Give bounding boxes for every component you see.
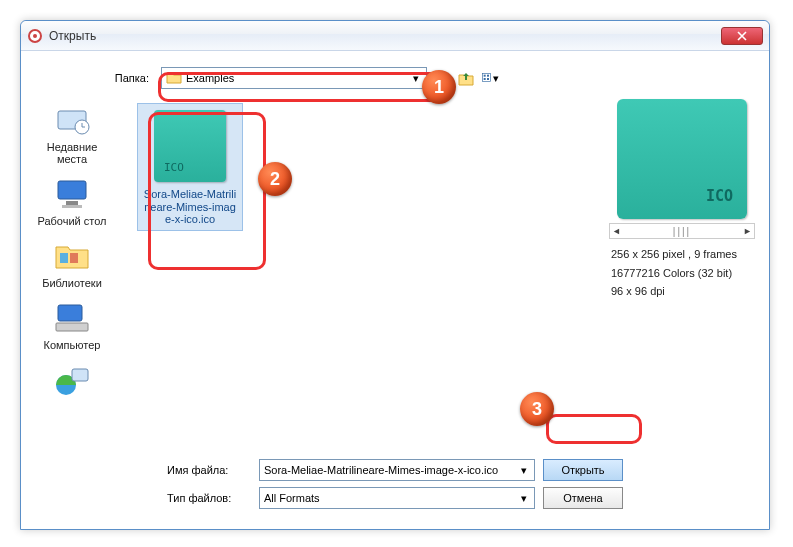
mid-area: Недавние места Рабочий стол Библиотеки К… bbox=[27, 97, 757, 453]
folder-value: Examples bbox=[186, 72, 234, 84]
svg-point-1 bbox=[33, 34, 37, 38]
filename-combo[interactable]: Sora-Meliae-Matrilineare-Mimes-image-x-i… bbox=[259, 459, 535, 481]
file-item[interactable]: Sora-Meliae-Matrilineare-Mimes-image-x-i… bbox=[137, 103, 243, 231]
sidebar-item-network[interactable] bbox=[32, 363, 112, 401]
sidebar-item-libraries[interactable]: Библиотеки bbox=[32, 239, 112, 289]
file-thumbnail-icon bbox=[154, 110, 226, 182]
close-button[interactable] bbox=[721, 27, 763, 45]
filename-value: Sora-Meliae-Matrilineare-Mimes-image-x-i… bbox=[264, 464, 498, 476]
preview-scrollbar[interactable]: ◄ |||| ► bbox=[609, 223, 755, 239]
chevron-down-icon[interactable]: ▾ bbox=[516, 462, 532, 478]
filename-label: Имя файла: bbox=[167, 464, 251, 476]
libraries-icon bbox=[52, 239, 92, 273]
chevron-down-icon[interactable]: ▾ bbox=[408, 70, 424, 86]
title-bar[interactable]: Открыть bbox=[21, 21, 769, 51]
bottom-panel: Имя файла: Sora-Meliae-Matrilineare-Mime… bbox=[27, 453, 757, 519]
svg-rect-9 bbox=[58, 181, 86, 199]
preview-thumbnail-icon bbox=[617, 99, 747, 219]
meta-dpi: 96 x 96 dpi bbox=[611, 282, 757, 301]
view-menu-icon[interactable]: ▾ bbox=[481, 69, 499, 87]
svg-rect-2 bbox=[482, 73, 490, 81]
svg-rect-14 bbox=[58, 305, 82, 321]
back-icon[interactable] bbox=[433, 69, 451, 87]
meta-dimensions: 256 x 256 pixel , 9 frames bbox=[611, 245, 757, 264]
preview-pane: ◄ |||| ► 256 x 256 pixel , 9 frames 1677… bbox=[607, 97, 757, 453]
folder-combo[interactable]: Examples ▾ bbox=[161, 67, 427, 89]
svg-rect-5 bbox=[484, 78, 486, 80]
scroll-track[interactable]: |||| bbox=[673, 226, 691, 237]
meta-colors: 16777216 Colors (32 bit) bbox=[611, 264, 757, 283]
sidebar-item-label: Недавние места bbox=[32, 141, 112, 165]
sidebar-item-recent[interactable]: Недавние места bbox=[32, 103, 112, 165]
scroll-left-icon[interactable]: ◄ bbox=[612, 226, 621, 236]
svg-rect-15 bbox=[56, 323, 88, 331]
window-title: Открыть bbox=[49, 29, 721, 43]
filetype-combo[interactable]: All Formats ▾ bbox=[259, 487, 535, 509]
folder-row: Папка: Examples ▾ ▾ bbox=[27, 67, 757, 89]
svg-rect-11 bbox=[62, 205, 82, 208]
svg-rect-17 bbox=[72, 369, 88, 381]
svg-rect-6 bbox=[487, 78, 489, 80]
file-name-label: Sora-Meliae-Matrilineare-Mimes-image-x-i… bbox=[142, 188, 238, 226]
sidebar-item-desktop[interactable]: Рабочий стол bbox=[32, 177, 112, 227]
filetype-label: Тип файлов: bbox=[167, 492, 251, 504]
sidebar-item-label: Библиотеки bbox=[32, 277, 112, 289]
svg-rect-13 bbox=[70, 253, 78, 263]
file-list-pane[interactable]: Sora-Meliae-Matrilineare-Mimes-image-x-i… bbox=[125, 97, 599, 453]
open-dialog-window: Открыть Папка: Examples ▾ ▾ bbox=[20, 20, 770, 530]
network-icon bbox=[52, 363, 92, 397]
folder-icon bbox=[166, 70, 182, 86]
up-folder-icon[interactable] bbox=[457, 69, 475, 87]
open-button[interactable]: Открыть bbox=[543, 459, 623, 481]
preview-meta: 256 x 256 pixel , 9 frames 16777216 Colo… bbox=[607, 245, 757, 301]
sidebar-item-label: Компьютер bbox=[32, 339, 112, 351]
desktop-icon bbox=[52, 177, 92, 211]
scroll-right-icon[interactable]: ► bbox=[743, 226, 752, 236]
svg-rect-3 bbox=[484, 75, 486, 77]
svg-rect-4 bbox=[487, 75, 489, 77]
svg-rect-12 bbox=[60, 253, 68, 263]
places-sidebar: Недавние места Рабочий стол Библиотеки К… bbox=[27, 97, 117, 453]
svg-rect-10 bbox=[66, 201, 78, 205]
filetype-value: All Formats bbox=[264, 492, 320, 504]
computer-icon bbox=[52, 301, 92, 335]
folder-label: Папка: bbox=[95, 72, 149, 84]
sidebar-item-computer[interactable]: Компьютер bbox=[32, 301, 112, 351]
cancel-button[interactable]: Отмена bbox=[543, 487, 623, 509]
dialog-content: Папка: Examples ▾ ▾ Недав bbox=[21, 51, 769, 529]
app-icon bbox=[27, 28, 43, 44]
chevron-down-icon[interactable]: ▾ bbox=[516, 490, 532, 506]
recent-places-icon bbox=[52, 103, 92, 137]
sidebar-item-label: Рабочий стол bbox=[32, 215, 112, 227]
